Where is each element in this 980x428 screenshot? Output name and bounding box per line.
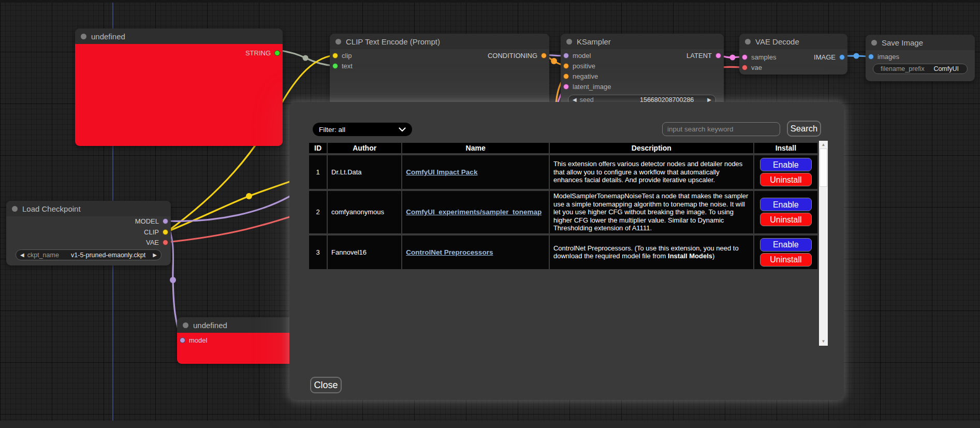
output-label: LATENT — [686, 52, 712, 60]
decrement-icon[interactable]: ◀ — [20, 253, 24, 258]
search-button[interactable]: Search — [787, 121, 821, 137]
search-input[interactable] — [662, 122, 780, 136]
table-row: 2 comfyanonymous ComfyUI_experiments/sam… — [309, 191, 817, 233]
node-collapse-dot[interactable] — [566, 39, 572, 45]
latent-output-slot[interactable] — [715, 53, 721, 58]
extension-list: ID Author Name Description Install 1 Dr.… — [308, 141, 828, 346]
filename-prefix-widget[interactable]: filename_prefix ComfyUI — [873, 64, 968, 74]
node-ksampler[interactable]: KSampler model positive negative latent_… — [561, 34, 724, 106]
slot-label: latent_image — [573, 83, 611, 91]
vae-input-slot[interactable] — [742, 65, 748, 70]
uninstall-button[interactable]: Uninstall — [760, 253, 812, 267]
widget-value: ComfyUI — [933, 65, 959, 72]
samples-input-slot[interactable] — [742, 54, 748, 60]
node-collapse-dot[interactable] — [183, 322, 188, 328]
chevron-down-icon — [399, 127, 406, 132]
node-title: VAE Decode — [755, 37, 799, 46]
node-title: KSampler — [577, 37, 611, 46]
uninstall-button[interactable]: Uninstall — [760, 173, 812, 186]
widget-name: filename_prefix — [881, 65, 925, 72]
node-undefined-top[interactable]: undefined STRING — [75, 28, 283, 146]
clip-output-slot[interactable] — [163, 229, 168, 235]
output-label: CLIP — [144, 228, 159, 236]
slot-label: model — [573, 52, 591, 60]
increment-icon[interactable]: ▶ — [153, 253, 157, 258]
uninstall-button[interactable]: Uninstall — [760, 213, 812, 226]
latent-image-input-slot[interactable] — [563, 84, 569, 90]
widget-name: ckpt_name — [27, 252, 59, 259]
clip-input-slot[interactable] — [332, 53, 338, 58]
reroute-dot — [730, 55, 736, 61]
output-label: MODEL — [135, 217, 159, 225]
filter-select[interactable]: Filter: all — [313, 123, 412, 136]
node-collapse-dot[interactable] — [871, 40, 877, 46]
extension-table: ID Author Name Description Install 1 Dr.… — [308, 141, 818, 271]
ext-author: comfyanonymous — [328, 191, 401, 233]
column-header: Description — [550, 143, 753, 153]
node-collapse-dot[interactable] — [745, 39, 751, 45]
images-input-slot[interactable] — [868, 54, 874, 60]
ext-description: ControlNet Preprocessors. (To use this e… — [550, 235, 753, 269]
enable-button[interactable]: Enable — [760, 238, 812, 252]
node-title: undefined — [193, 321, 227, 330]
desc-end: ) — [712, 252, 714, 260]
extension-link[interactable]: ComfyUI_experiments/sampler_tonemap — [406, 208, 542, 216]
vae-output-slot[interactable] — [163, 240, 168, 245]
reroute-dot — [170, 277, 176, 283]
extension-link[interactable]: ComfyUI Impact Pack — [406, 168, 477, 176]
string-output-slot[interactable] — [274, 50, 280, 56]
model-input-slot[interactable] — [180, 337, 185, 343]
scrollbar[interactable]: ▲ ▼ — [819, 141, 828, 346]
output-label: VAE — [146, 239, 159, 246]
node-vae-decode[interactable]: VAE Decode samples vae IMAGE — [739, 34, 847, 75]
node-header[interactable]: KSampler — [561, 34, 724, 49]
image-output-slot[interactable] — [839, 54, 845, 60]
node-collapse-dot[interactable] — [81, 34, 86, 39]
slot-label: negative — [573, 72, 598, 80]
slot-label: clip — [342, 52, 352, 60]
slot-label: positive — [573, 62, 595, 70]
negative-input-slot[interactable] — [563, 73, 569, 79]
reroute-dot — [303, 55, 309, 61]
node-load-checkpoint[interactable]: Load Checkpoint MODEL CLIP VAE ◀ ckpt_na… — [6, 201, 171, 265]
node-header[interactable]: Load Checkpoint — [6, 201, 171, 216]
node-header[interactable]: Save Image — [866, 35, 975, 50]
scroll-down-icon[interactable]: ▼ — [819, 338, 828, 345]
node-header[interactable]: CLIP Text Encode (Prompt) — [330, 34, 549, 49]
output-label: IMAGE — [814, 53, 836, 61]
ext-description: ModelSamplerTonemapNoiseTest a node that… — [550, 191, 753, 233]
node-collapse-dot[interactable] — [335, 39, 341, 45]
desc-text: This extension offers various detector n… — [553, 160, 742, 184]
positive-input-slot[interactable] — [563, 63, 569, 69]
ext-author: Fannovel16 — [328, 235, 401, 269]
scrollbar-thumb[interactable] — [820, 149, 827, 187]
node-save-image[interactable]: Save Image images filename_prefix ComfyU… — [866, 35, 975, 81]
conditioning-output-slot[interactable] — [541, 53, 547, 58]
slot-label: samples — [751, 53, 776, 61]
extension-link[interactable]: ControlNet Preprocessors — [406, 248, 493, 256]
ckpt-name-widget[interactable]: ◀ ckpt_name v1-5-pruned-emaonly.ckpt ▶ — [16, 249, 162, 260]
model-output-slot[interactable] — [163, 218, 168, 224]
node-graph-canvas[interactable]: undefined STRING CLIP Text Encode (Promp… — [0, 0, 980, 428]
scroll-up-icon[interactable]: ▲ — [819, 141, 828, 149]
desc-text: ModelSamplerTonemapNoiseTest a node that… — [553, 192, 748, 232]
model-input-slot[interactable] — [563, 53, 569, 58]
text-input-slot[interactable] — [332, 63, 338, 69]
enable-button[interactable]: Enable — [760, 158, 812, 171]
ext-id: 1 — [309, 155, 327, 189]
node-header[interactable]: undefined — [75, 28, 283, 44]
column-header: ID — [309, 143, 327, 153]
node-header[interactable]: VAE Decode — [739, 34, 847, 49]
ext-id: 3 — [309, 235, 327, 269]
enable-button[interactable]: Enable — [760, 198, 812, 211]
slot-label: vae — [751, 64, 762, 71]
node-collapse-dot[interactable] — [12, 206, 18, 212]
close-button[interactable]: Close — [310, 377, 342, 393]
table-row: 1 Dr.Lt.Data ComfyUI Impact Pack This ex… — [309, 155, 817, 189]
column-header: Author — [328, 143, 401, 153]
reroute-dot — [854, 53, 859, 59]
widget-value: v1-5-pruned-emaonly.ckpt — [71, 252, 145, 259]
node-body-error: STRING — [75, 44, 283, 146]
node-title: Load Checkpoint — [22, 204, 81, 213]
ext-id: 2 — [309, 191, 327, 233]
